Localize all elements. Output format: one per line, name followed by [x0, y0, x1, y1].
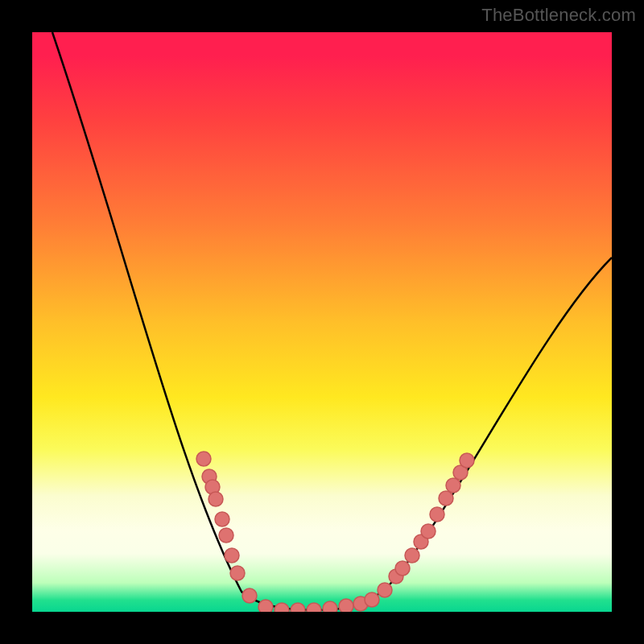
scatter-dot — [242, 588, 257, 603]
chart-svg — [32, 32, 612, 612]
scatter-dot — [258, 600, 273, 612]
scatter-dot — [460, 453, 474, 468]
watermark-text: TheBottleneck.com — [481, 5, 636, 26]
bottleneck-curve-path — [52, 32, 612, 610]
scatter-dot — [291, 603, 305, 612]
scatter-dot — [307, 603, 321, 612]
plot-area — [32, 32, 612, 612]
scatter-dot — [430, 507, 444, 522]
scatter-dot — [323, 601, 337, 612]
scatter-dot — [208, 492, 223, 506]
scatter-group — [196, 452, 474, 612]
scatter-dot — [365, 592, 379, 607]
scatter-dot — [439, 491, 453, 506]
scatter-dot — [215, 512, 229, 526]
scatter-dot — [230, 566, 245, 580]
scatter-dot — [196, 452, 211, 466]
scatter-dot — [378, 583, 392, 597]
chart-frame: TheBottleneck.com — [0, 0, 644, 644]
scatter-dot — [421, 524, 436, 539]
scatter-dot — [339, 599, 353, 612]
scatter-dot — [446, 478, 460, 493]
scatter-dot — [225, 548, 239, 563]
scatter-dot — [405, 548, 419, 563]
scatter-dot — [395, 561, 410, 576]
scatter-dot — [275, 603, 289, 612]
scatter-dot — [219, 528, 233, 543]
